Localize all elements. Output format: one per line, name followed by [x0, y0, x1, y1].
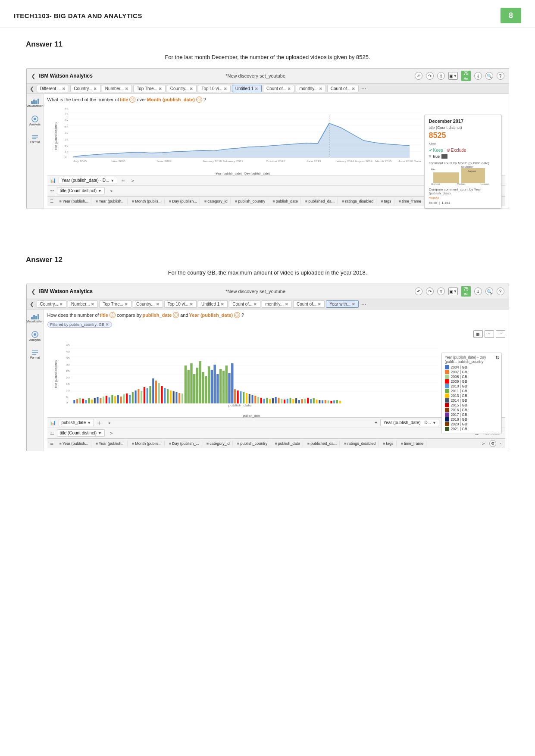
redo-icon-1[interactable]: ↷ — [426, 72, 434, 80]
tab-nav-left-1[interactable]: ❮ — [28, 86, 35, 92]
keep-btn-1[interactable]: ✔ Keep — [429, 148, 443, 153]
svg-rect-141 — [284, 400, 285, 403]
svg-rect-93 — [143, 387, 145, 403]
pubdate-info-icon-2[interactable]: ⓘ — [173, 312, 179, 318]
sidebar-analytics-2[interactable]: Analysis — [28, 330, 42, 342]
undo-icon-2[interactable]: ↶ — [415, 287, 422, 295]
svg-rect-102 — [169, 390, 171, 403]
tab-number-1[interactable]: Number... ✖ — [102, 85, 132, 92]
search-icon-2[interactable]: 🔍 — [485, 287, 493, 295]
redo-icon-2[interactable]: ↷ — [426, 287, 434, 295]
svg-rect-88 — [129, 395, 131, 403]
tab-topthre-2[interactable]: Top Thre... ✖ — [99, 300, 131, 308]
plus-toggle-2[interactable]: + — [485, 330, 494, 338]
sidebar-visualization-2[interactable]: Visualization — [28, 312, 42, 324]
legend-refresh-icon[interactable]: ↻ — [495, 355, 500, 361]
bottom-chip-title-2[interactable]: title (Count distinct) ▼ — [57, 429, 105, 437]
svg-rect-119 — [219, 369, 221, 403]
view-icon-2[interactable]: ▣▼ — [448, 287, 458, 295]
search-icon-1[interactable]: 🔍 — [485, 72, 493, 80]
table-arrow-2[interactable]: > — [479, 441, 487, 446]
tab-country2-1[interactable]: Country... ✖ — [167, 85, 197, 92]
bottom-chip-yearpub-2[interactable]: Year (publish_date) - D... ▼ — [380, 419, 439, 426]
tab-country2-2[interactable]: Country... ✖ — [133, 300, 163, 308]
sidebar-format-2[interactable]: Format — [28, 348, 42, 360]
tab-country1-1[interactable]: Country... ✖ — [70, 85, 100, 92]
svg-text:15: 15 — [66, 383, 69, 386]
svg-rect-87 — [126, 394, 128, 403]
svg-rect-97 — [155, 381, 156, 403]
title-info-icon-1[interactable]: ⓘ — [129, 97, 135, 103]
download-icon-1[interactable]: ⇓ — [474, 72, 482, 80]
tab-countof2-2[interactable]: Count of... ✖ — [293, 300, 325, 308]
svg-rect-109 — [190, 363, 192, 403]
tab-nav-right-1[interactable]: ⋯ — [360, 86, 368, 92]
title-info-icon-2[interactable]: ⓘ — [110, 312, 116, 318]
tab-nav-left-2[interactable]: ❮ — [28, 301, 35, 307]
bottom-chip-pubdate-2[interactable]: publish_date ▼ — [59, 419, 94, 426]
metric-arrow-1[interactable]: > — [107, 188, 115, 194]
svg-text:Median: Median — [457, 183, 466, 185]
svg-rect-1 — [33, 100, 35, 104]
tooltip-header-1: December 2017 — [429, 119, 497, 124]
svg-rect-81 — [108, 397, 110, 403]
help-icon-2[interactable]: ? — [497, 287, 504, 295]
axis-arrow-1[interactable]: > — [128, 178, 136, 183]
watson-bottom-2: 📊 publish_date ▼ + > ✦ Year (publish_dat… — [47, 417, 505, 438]
view-icon-1[interactable]: ▣▼ — [448, 72, 458, 80]
grid-toggle-2[interactable]: ▦ — [473, 330, 483, 338]
y-axis-label-1: title (Count distinct) — [54, 122, 58, 150]
svg-rect-3 — [38, 99, 39, 104]
bottom-chip-title-1[interactable]: title (Count distinct) ▼ — [57, 187, 105, 194]
tab-top10vi-2[interactable]: Top 10 vi... ✖ — [164, 300, 197, 308]
tab-yearwith-2[interactable]: Year with... ✖ — [326, 300, 359, 308]
page-number-badge: 8 — [501, 8, 521, 23]
filter-indicator-2[interactable]: Filtered by publish_country: GB ✖ — [47, 322, 113, 328]
tab-country1-2[interactable]: Country... ✖ — [37, 300, 67, 308]
tab-monthly-2[interactable]: monthly... ✖ — [262, 300, 292, 308]
col-month-2: ■Month (publis... — [129, 440, 165, 447]
tab-countof1-1[interactable]: Count of... ✖ — [263, 85, 294, 92]
legend-item-2017: 2017 | GB — [445, 412, 498, 417]
svg-rect-134 — [263, 399, 265, 403]
month-info-icon-1[interactable]: ⓘ — [196, 97, 202, 103]
svg-rect-91 — [138, 389, 139, 403]
tab-monthly-1[interactable]: monthly... ✖ — [296, 85, 326, 92]
dots-toggle-2[interactable]: ⋯ — [496, 330, 505, 338]
table-settings-2[interactable]: ⚙ — [489, 440, 496, 447]
tab-number-2[interactable]: Number... ✖ — [68, 300, 98, 308]
svg-rect-74 — [88, 398, 90, 403]
axis-arrow-2[interactable]: > — [105, 420, 113, 425]
add-axis-btn-2[interactable]: + — [97, 419, 103, 426]
svg-text:June 2006: June 2006 — [110, 160, 125, 162]
chart1-svg: 0 1k 2k 3k 4k 5k 6k 7k 8k — [65, 106, 421, 166]
expand-icon-2[interactable]: ❮ — [31, 288, 36, 295]
add-axis-btn-1[interactable]: + — [120, 177, 126, 184]
chart-question-1: What is the trend of the number of title… — [47, 97, 505, 103]
sidebar-format-1[interactable]: Format — [28, 133, 42, 145]
tab-topthre-1[interactable]: Top Thre... ✖ — [133, 85, 166, 92]
share-icon-2[interactable]: ⇧ — [437, 287, 445, 295]
sidebar-analytics-1[interactable]: Analysis — [28, 115, 42, 127]
tab-untitled1-2[interactable]: Untitled 1 ✖ — [198, 300, 228, 308]
metric-arrow-2[interactable]: > — [107, 431, 115, 436]
help-icon-1[interactable]: ? — [497, 72, 504, 80]
year-info-icon-2[interactable]: ⓘ — [234, 312, 240, 318]
download-icon-2[interactable]: ⇓ — [474, 287, 482, 295]
undo-icon-1[interactable]: ↶ — [415, 72, 422, 80]
svg-text:4k: 4k — [65, 132, 69, 134]
exclude-btn-1[interactable]: ⊘ Exclude — [447, 148, 466, 153]
answer12-desc: For the country GB, the maximum amount o… — [26, 269, 509, 276]
tab-nav-right-2[interactable]: ⋯ — [360, 301, 368, 307]
legend-item-2007: 2007 | GB — [445, 370, 498, 374]
bottom-chip-year-1[interactable]: Year (publish_date) - D... ▼ — [59, 177, 118, 184]
svg-rect-85 — [120, 397, 122, 403]
tab-different-1[interactable]: Different ... ✖ — [37, 85, 69, 92]
sidebar-visualization-1[interactable]: Visualization — [28, 97, 42, 109]
expand-icon-1[interactable]: ❮ — [31, 73, 36, 79]
tab-untitled1-1[interactable]: Untitled 1 ✖ — [232, 85, 262, 92]
tab-countof2-1[interactable]: Count of... ✖ — [327, 85, 359, 92]
tab-countof1-2[interactable]: Count of... ✖ — [229, 300, 260, 308]
share-icon-1[interactable]: ⇧ — [437, 72, 445, 80]
tab-top10vi-1[interactable]: Top 10 vi... ✖ — [198, 85, 230, 92]
